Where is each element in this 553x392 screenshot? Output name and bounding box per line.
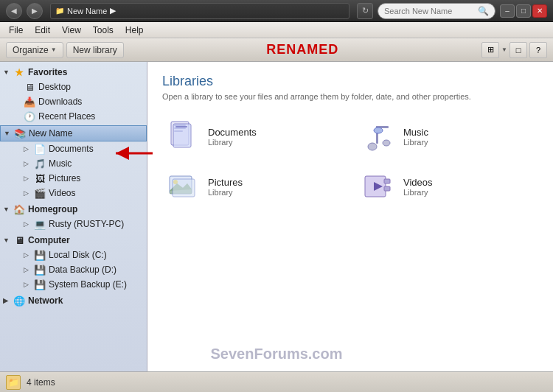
documents-lib-icon [165,119,201,154]
sidebar-favorites-header[interactable]: ▼ ★ Favorites [0,65,147,80]
recent-places-label: Recent Places [38,111,95,122]
desktop-label: Desktop [38,82,71,92]
pictures-lib-info: Pictures Library [208,177,243,197]
sidebar-section-network: ▶ 🌐 Network [0,293,147,308]
library-pictures[interactable]: Pictures Library [162,166,343,207]
videos-label: Videos [49,188,75,198]
music-expand: ▷ [24,160,32,167]
svg-rect-14 [173,179,195,197]
sidebar-item-data-backup[interactable]: ▷ 💾 Data Backup (D:) [0,262,147,277]
sidebar-section-homegroup: ▼ 🏠 Homegroup ▷ 💻 Rusty (RUSTY-PC) [0,202,147,231]
sidebar-item-local-disk[interactable]: ▷ 💾 Local Disk (C:) [0,248,147,262]
library-music[interactable]: Music Library [358,116,538,157]
search-icon: 🔍 [478,6,489,16]
local-disk-expand: ▷ [24,251,32,259]
network-expand: ▶ [3,297,12,304]
sidebar-item-documents[interactable]: ▷ 📄 Documents [0,141,147,156]
sidebar-new-name-header[interactable]: ▼ 📚 New Name [0,125,147,141]
organize-button[interactable]: Organize ▼ [6,42,63,58]
menu-edit[interactable]: Edit [29,24,56,37]
pictures-lib-icon [165,169,201,204]
documents-expand: ▷ [24,145,32,153]
new-library-button[interactable]: New library [66,42,124,58]
sidebar: ▼ ★ Favorites 🖥 Desktop 📥 Downloads 🕐 Re… [0,62,147,371]
music-lib-name: Music [403,127,428,138]
sidebar-item-downloads[interactable]: 📥 Downloads [0,94,147,109]
sidebar-item-recent-places[interactable]: 🕐 Recent Places [0,109,147,124]
pictures-icon: 🖼 [34,172,46,184]
status-folder-icon: 📁 [6,375,21,390]
favorites-label: Favorites [28,67,67,77]
sidebar-item-pictures[interactable]: ▷ 🖼 Pictures [0,171,147,186]
sidebar-item-rusty[interactable]: ▷ 💻 Rusty (RUSTY-PC) [0,217,147,231]
address-bar[interactable]: 📁 New Name ▶ [50,3,349,19]
pictures-lib-name: Pictures [208,177,243,188]
disk-c-icon: 💾 [34,249,46,261]
address-text: New Name [67,7,107,15]
rusty-expand: ▷ [24,220,32,228]
disk-e-icon: 💾 [34,279,46,290]
sidebar-item-system-backup[interactable]: ▷ 💾 System Backup (E:) [0,277,147,292]
library-documents[interactable]: Documents Library [162,116,343,157]
music-lib-info: Music Library [403,127,428,147]
computer-label: Computer [28,235,70,245]
main-area: ▼ ★ Favorites 🖥 Desktop 📥 Downloads 🕐 Re… [0,62,553,371]
svg-point-10 [374,127,383,133]
pictures-lib-type: Library [208,188,243,197]
maximize-button[interactable]: □ [516,4,531,18]
videos-icon: 🎬 [34,187,46,199]
videos-lib-name: Videos [403,177,433,188]
menu-help[interactable]: Help [119,24,150,37]
data-backup-label: Data Backup (D:) [49,265,116,275]
organize-label: Organize [13,45,49,55]
menu-file[interactable]: File [3,24,29,37]
content-pane: Libraries Open a library to see your fil… [147,62,553,371]
computer-expand: ▼ [3,237,12,244]
documents-lib-name: Documents [208,127,257,138]
sidebar-item-videos[interactable]: ▷ 🎬 Videos [0,186,147,200]
new-library-label: New library [73,45,117,55]
recent-places-icon: 🕐 [24,111,35,122]
forward-button[interactable]: ▶ [27,3,43,19]
sidebar-homegroup-header[interactable]: ▼ 🏠 Homegroup [0,202,147,217]
videos-lib-type: Library [403,188,433,197]
preview-pane-button[interactable]: □ [509,42,527,58]
sidebar-section-libraries: ▼ 📚 New Name ▷ 📄 Documents ▷ 🎵 Music ▷ 🖼… [0,125,147,200]
music-lib-type: Library [403,138,428,147]
menu-tools[interactable]: Tools [87,24,119,37]
pictures-expand: ▷ [24,175,32,182]
search-input[interactable] [384,7,475,15]
menu-bar: File Edit View Tools Help [0,22,553,38]
network-label: Network [28,295,63,306]
status-bar: 📁 4 items [0,371,553,392]
library-videos[interactable]: Videos Library [358,166,538,207]
toolbar-right: ⊞ ▼ □ ? [481,42,547,58]
sidebar-network-header[interactable]: ▶ 🌐 Network [0,293,147,308]
documents-icon: 📄 [34,143,46,155]
refresh-button[interactable]: ↻ [357,3,373,19]
address-arrow: ▶ [110,6,116,15]
view-options-button[interactable]: ⊞ [481,42,499,58]
search-bar[interactable]: 🔍 [378,3,495,19]
local-disk-label: Local Disk (C:) [49,250,107,260]
svg-rect-18 [384,186,390,191]
computer-icon: 💻 [34,218,46,230]
close-button[interactable]: ✕ [532,4,547,18]
help-button[interactable]: ? [529,42,547,58]
data-backup-expand: ▷ [24,266,32,273]
sidebar-item-desktop[interactable]: 🖥 Desktop [0,80,147,94]
sidebar-item-music[interactable]: ▷ 🎵 Music [0,156,147,171]
svg-point-6 [368,143,377,150]
minimize-button[interactable]: – [500,4,515,18]
back-button[interactable]: ◀ [6,3,22,19]
homegroup-label: Homegroup [28,204,77,214]
title-bar: ◀ ▶ 📁 New Name ▶ ↻ 🔍 – □ ✕ [0,0,553,22]
toolbar: Organize ▼ New library RENAMED ⊞ ▼ □ ? [0,38,553,62]
svg-rect-5 [175,126,187,127]
window-controls: – □ ✕ [500,4,547,18]
rusty-label: Rusty (RUSTY-PC) [49,219,124,229]
menu-view[interactable]: View [56,24,87,37]
library-grid: Documents Library Music L [162,116,538,207]
sidebar-computer-header[interactable]: ▼ 🖥 Computer [0,233,147,248]
title-bar-left: ◀ ▶ 📁 New Name ▶ ↻ 🔍 [6,3,495,19]
